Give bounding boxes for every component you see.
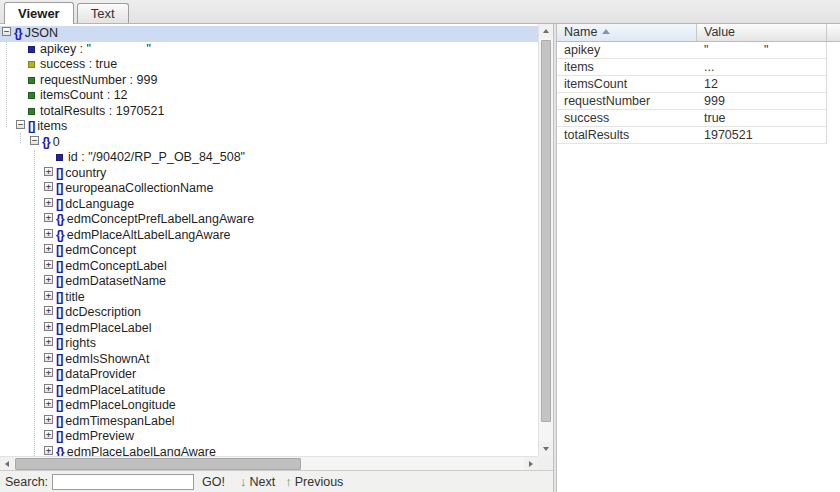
grid-cell-name: success xyxy=(564,110,609,126)
expand-icon[interactable]: + xyxy=(44,399,53,408)
tree-node-country[interactable]: +[]country xyxy=(0,166,538,182)
expand-icon[interactable]: + xyxy=(44,182,53,191)
horizontal-scroll-thumb[interactable] xyxy=(15,458,301,470)
scroll-down-button[interactable] xyxy=(539,442,553,456)
tree-node-europeanaCollectionName[interactable]: +[]europeanaCollectionName xyxy=(0,181,538,197)
grid-row-totalResults[interactable]: totalResults1970521 xyxy=(557,127,826,144)
grid-row-requestNumber[interactable]: requestNumber999 xyxy=(557,93,826,110)
object-braces-icon: {} xyxy=(42,135,50,149)
tree-node-apikey[interactable]: apikey : " " xyxy=(0,42,538,58)
tree-node-totalResults[interactable]: totalResults : 1970521 xyxy=(0,104,538,120)
tree-node-requestNumber[interactable]: requestNumber : 999 xyxy=(0,73,538,89)
tree-node-edmPlaceLongitude[interactable]: +[]edmPlaceLongitude xyxy=(0,398,538,414)
expand-icon[interactable]: + xyxy=(44,306,53,315)
tree-node-label: id : "/90402/RP_P_OB_84_508" xyxy=(68,150,245,164)
array-braces-icon: [] xyxy=(56,429,62,443)
string-value-icon xyxy=(28,46,35,53)
tree-node-edmIsShownAt[interactable]: +[]edmIsShownAt xyxy=(0,352,538,368)
tree-node-title[interactable]: +[]title xyxy=(0,290,538,306)
object-braces-icon: {} xyxy=(56,228,64,242)
column-header-name[interactable]: Name xyxy=(557,24,697,41)
tree-node-id[interactable]: id : "/90402/RP_P_OB_84_508" xyxy=(0,150,538,166)
expand-icon[interactable]: + xyxy=(44,368,53,377)
string-value-icon xyxy=(56,154,63,161)
column-header-value[interactable]: Value xyxy=(697,24,827,41)
tab-text[interactable]: Text xyxy=(77,3,129,23)
tree-node-edmPlaceLatitude[interactable]: +[]edmPlaceLatitude xyxy=(0,383,538,399)
expand-icon[interactable]: + xyxy=(44,260,53,269)
grid-cell-name: totalResults xyxy=(564,127,629,143)
vertical-scroll-thumb[interactable] xyxy=(541,40,551,422)
expand-icon[interactable]: + xyxy=(44,430,53,439)
tree-node-edmDatasetName[interactable]: +[]edmDatasetName xyxy=(0,274,538,290)
scroll-right-button[interactable] xyxy=(524,457,538,470)
collapse-icon[interactable]: − xyxy=(30,136,39,145)
grid-cell-name: itemsCount xyxy=(564,76,627,92)
tree-node-items[interactable]: −[]items xyxy=(0,119,538,135)
tree-node-label: edmIsShownAt xyxy=(65,352,149,366)
expand-icon[interactable]: + xyxy=(44,275,53,284)
tree-node-edmPreview[interactable]: +[]edmPreview xyxy=(0,429,538,445)
tree-node-edmPlaceAltLabelLangAware[interactable]: +{}edmPlaceAltLabelLangAware xyxy=(0,228,538,244)
json-viewer-app: Viewer Text −{}JSONapikey : " "success :… xyxy=(0,0,840,492)
grid-row-itemsCount[interactable]: itemsCount12 xyxy=(557,76,826,93)
expand-icon[interactable]: + xyxy=(44,229,53,238)
tree-node-label: JSON xyxy=(25,26,58,40)
tree-node-itemsCount[interactable]: itemsCount : 12 xyxy=(0,88,538,104)
tree-node-edmPlaceLabelLangAware[interactable]: +{}edmPlaceLabelLangAware xyxy=(0,445,538,457)
search-input[interactable] xyxy=(52,474,194,490)
tree-node-edmConceptPrefLabelLangAware[interactable]: +{}edmConceptPrefLabelLangAware xyxy=(0,212,538,228)
tree-node-label: requestNumber : 999 xyxy=(40,73,157,87)
array-braces-icon: [] xyxy=(56,290,62,304)
array-braces-icon: [] xyxy=(56,243,62,257)
tree-node-edmTimespanLabel[interactable]: +[]edmTimespanLabel xyxy=(0,414,538,430)
tree-node-rights[interactable]: +[]rights xyxy=(0,336,538,352)
tree-node-0[interactable]: −{}0 xyxy=(0,135,538,151)
grid-row-apikey[interactable]: apikey" " xyxy=(557,42,826,59)
up-arrow-icon xyxy=(543,29,549,33)
grid-cell-value: true xyxy=(704,110,726,126)
expand-icon[interactable]: + xyxy=(44,213,53,222)
search-previous-button[interactable]: Previous xyxy=(295,475,344,489)
object-braces-icon: {} xyxy=(56,445,64,457)
tab-bar: Viewer Text xyxy=(0,0,840,24)
grid-row-success[interactable]: successtrue xyxy=(557,110,826,127)
tree-node-edmPlaceLabel[interactable]: +[]edmPlaceLabel xyxy=(0,321,538,337)
scroll-up-button[interactable] xyxy=(539,24,553,38)
expand-icon[interactable]: + xyxy=(44,167,53,176)
expand-icon[interactable]: + xyxy=(44,446,53,455)
grid-row-items[interactable]: items... xyxy=(557,59,826,76)
expand-icon[interactable]: + xyxy=(44,198,53,207)
expand-icon[interactable]: + xyxy=(44,291,53,300)
tree-node-dcLanguage[interactable]: +[]dcLanguage xyxy=(0,197,538,213)
collapse-icon[interactable]: − xyxy=(2,27,11,36)
array-braces-icon: [] xyxy=(56,398,62,412)
expand-icon[interactable]: + xyxy=(44,322,53,331)
tree-node-label: totalResults : 1970521 xyxy=(40,104,164,118)
tree-node-label: 0 xyxy=(53,135,60,149)
tree-node-label: rights xyxy=(65,336,96,350)
tree-vertical-scrollbar[interactable] xyxy=(538,24,553,456)
tree-horizontal-scrollbar[interactable] xyxy=(0,456,538,470)
search-go-button[interactable]: GO! xyxy=(202,475,225,489)
grid-cell-value: 1970521 xyxy=(704,127,753,143)
expand-icon[interactable]: + xyxy=(44,353,53,362)
object-braces-icon: {} xyxy=(14,26,22,40)
scroll-left-button[interactable] xyxy=(0,457,14,470)
tree-node-edmConcept[interactable]: +[]edmConcept xyxy=(0,243,538,259)
search-next-button[interactable]: Next xyxy=(250,475,276,489)
tree-node-dcDescription[interactable]: +[]dcDescription xyxy=(0,305,538,321)
tree-node-success[interactable]: success : true xyxy=(0,57,538,73)
tab-viewer[interactable]: Viewer xyxy=(4,2,74,24)
expand-icon[interactable]: + xyxy=(44,415,53,424)
expand-icon[interactable]: + xyxy=(44,244,53,253)
grid-cell-value: 999 xyxy=(704,93,725,109)
tree-node-dataProvider[interactable]: +[]dataProvider xyxy=(0,367,538,383)
expand-icon[interactable]: + xyxy=(44,337,53,346)
expand-icon[interactable]: + xyxy=(44,384,53,393)
tree-node-JSON[interactable]: −{}JSON xyxy=(0,26,538,42)
search-toolbar: Search: GO! ↓ Next ↑ Previous xyxy=(0,470,553,492)
tree-node-edmConceptLabel[interactable]: +[]edmConceptLabel xyxy=(0,259,538,275)
collapse-icon[interactable]: − xyxy=(16,120,25,129)
grid-cell-value: " " xyxy=(704,42,768,58)
